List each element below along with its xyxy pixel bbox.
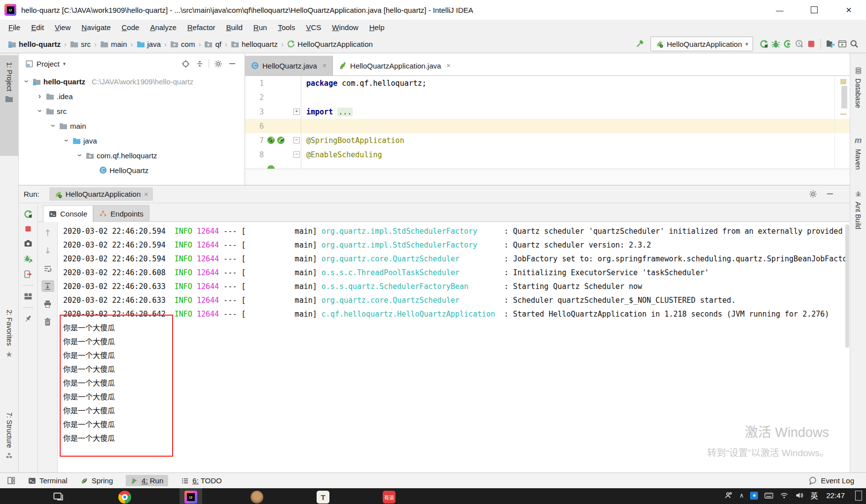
tool-stripe-project[interactable]: 1: Project xyxy=(0,55,18,156)
editor-lines[interactable]: 1package com.qf.helloquartz;23+import ..… xyxy=(245,76,850,169)
editor-line[interactable]: 8−@EnableScheduling xyxy=(245,147,850,162)
run-configuration-select[interactable]: HelloQuartzApplication ▾ xyxy=(650,36,753,51)
people-icon[interactable] xyxy=(724,491,733,500)
touch-keyboard-icon[interactable] xyxy=(764,492,773,499)
fold-marker[interactable]: + xyxy=(292,108,301,115)
attach-debugger-icon[interactable] xyxy=(24,254,33,263)
console-output[interactable]: 2020-03-02 22:46:20.594 INFO 12644 --- [… xyxy=(58,222,850,472)
breadcrumb-item-helloquartzapplication[interactable]: HelloQuartzApplication xyxy=(287,40,373,48)
locate-file-icon[interactable] xyxy=(180,58,191,69)
fold-marker[interactable]: − xyxy=(292,151,301,158)
chevron-right-icon[interactable]: › xyxy=(36,92,43,101)
print-icon[interactable] xyxy=(41,298,54,310)
tree-item-helloquartz[interactable]: CHelloQuartz xyxy=(19,163,245,178)
chevron-down-icon[interactable]: ▾ xyxy=(63,61,66,67)
menu-item-analyze[interactable]: Analyze xyxy=(144,20,181,35)
close-icon[interactable]: × xyxy=(323,62,326,70)
up-stack-trace-icon[interactable]: ↑ xyxy=(41,227,54,239)
project-panel-title[interactable]: Project xyxy=(36,60,60,68)
down-stack-trace-icon[interactable]: ↓ xyxy=(41,245,54,256)
menu-item-run[interactable]: Run xyxy=(248,20,273,35)
chevron-down-icon[interactable]: › xyxy=(75,152,84,159)
hide-panel-icon[interactable] xyxy=(227,58,238,69)
tree-item-com.qf.helloquartz[interactable]: ›com.qf.helloquartz xyxy=(19,148,245,163)
spring-check-icon[interactable] xyxy=(277,136,285,144)
typora-icon[interactable]: T xyxy=(312,488,334,504)
breadcrumb-item-helloquartz[interactable]: helloquartz xyxy=(231,40,278,48)
run-with-coverage-button[interactable] xyxy=(782,38,794,50)
run-circle-icon[interactable] xyxy=(267,165,275,169)
tree-item-java[interactable]: ›java xyxy=(19,133,245,148)
tray-app-icon[interactable]: ★ xyxy=(750,492,758,500)
run-anything-button[interactable] xyxy=(836,38,848,50)
taskbar-clock[interactable]: 22:47 xyxy=(826,491,845,500)
chevron-down-icon[interactable]: › xyxy=(62,137,71,144)
tree-item-src[interactable]: ›src xyxy=(19,104,245,118)
hide-panel-icon[interactable] xyxy=(826,190,834,198)
status-tab-terminal[interactable]: Terminal xyxy=(28,476,68,485)
tray-expand-icon[interactable]: ∧ xyxy=(739,492,744,499)
breadcrumb-item-src[interactable]: src xyxy=(70,40,91,48)
close-window-button[interactable]: × xyxy=(831,0,866,20)
tool-stripe-favorites[interactable]: 2: Favorites ★ xyxy=(0,310,18,384)
chevron-down-icon[interactable]: › xyxy=(49,122,58,130)
run-configuration-tab[interactable]: HelloQuartzApplication × xyxy=(49,187,153,201)
stop-button[interactable] xyxy=(805,38,817,50)
scroll-to-end-icon[interactable] xyxy=(41,280,54,292)
console-scrollbar[interactable] xyxy=(845,224,849,348)
project-structure-button[interactable] xyxy=(825,38,836,50)
soft-wrap-icon[interactable] xyxy=(41,262,54,274)
menu-item-window[interactable]: Window xyxy=(326,20,363,35)
status-tab-run[interactable]: 4: Run xyxy=(126,475,168,486)
breadcrumb-item-java[interactable]: java xyxy=(137,40,161,48)
editor-tab-helloquartz[interactable]: C HelloQuartz.java × xyxy=(245,56,333,75)
show-desktop-button[interactable] xyxy=(855,491,862,501)
minimize-window-button[interactable]: — xyxy=(762,0,797,20)
close-icon[interactable]: × xyxy=(144,190,148,198)
tree-item-main[interactable]: ›main xyxy=(19,118,245,133)
stop-button[interactable] xyxy=(24,225,32,233)
tool-stripe-maven[interactable]: m Maven xyxy=(850,136,866,190)
breadcrumb-item-hello-quartz[interactable]: hello-quartz xyxy=(8,40,61,48)
breadcrumb-item-main[interactable]: main xyxy=(100,40,127,48)
spring-search-icon[interactable] xyxy=(267,136,275,144)
editor-scrollbar[interactable] xyxy=(841,86,847,108)
close-icon[interactable]: × xyxy=(446,62,450,70)
tool-stripe-database[interactable]: Database xyxy=(850,67,866,136)
editor-line[interactable]: 6 xyxy=(245,119,850,133)
maximize-window-button[interactable] xyxy=(797,0,831,20)
editor-line[interactable]: 2 xyxy=(245,90,850,105)
menu-item-help[interactable]: Help xyxy=(364,20,390,35)
profiler-button[interactable] xyxy=(794,38,805,50)
tool-window-switcher-icon[interactable] xyxy=(7,476,15,485)
event-log-button[interactable]: Event Log xyxy=(808,476,859,485)
thread-dump-camera-icon[interactable] xyxy=(24,239,33,248)
tree-item-.idea[interactable]: ›.idea xyxy=(19,89,245,104)
editor-tab-helloquartzapplication[interactable]: HelloQuartzApplication.java × xyxy=(333,56,456,75)
restore-layout-icon[interactable] xyxy=(24,292,33,301)
search-everywhere-icon[interactable] xyxy=(848,38,860,50)
menu-item-view[interactable]: View xyxy=(49,20,76,35)
build-hammer-icon[interactable] xyxy=(634,38,646,50)
menu-item-navigate[interactable]: Navigate xyxy=(76,20,116,35)
ime-indicator[interactable]: 英 xyxy=(810,490,818,501)
chevron-down-icon[interactable]: › xyxy=(22,78,31,85)
fold-marker[interactable]: − xyxy=(292,137,301,144)
pin-icon[interactable] xyxy=(24,314,33,323)
menu-item-file[interactable]: File xyxy=(3,20,26,35)
editor-line[interactable]: 3+import ... xyxy=(245,105,850,119)
editor-line[interactable] xyxy=(245,162,850,169)
debug-button[interactable] xyxy=(770,38,782,50)
breadcrumb-item-qf[interactable]: qf xyxy=(204,40,221,48)
wifi-icon[interactable] xyxy=(780,492,789,499)
menu-item-edit[interactable]: Edit xyxy=(26,20,49,35)
console-tab[interactable]: Console xyxy=(43,205,93,222)
status-tab-spring[interactable]: Spring xyxy=(80,476,113,485)
gear-icon[interactable] xyxy=(809,190,817,198)
menu-item-refactor[interactable]: Refactor xyxy=(182,20,221,35)
menu-item-vcs[interactable]: VCS xyxy=(300,20,326,35)
menu-item-build[interactable]: Build xyxy=(220,20,248,35)
collapse-all-icon[interactable] xyxy=(194,58,205,69)
task-view-button[interactable] xyxy=(47,488,70,504)
tree-item-hello-quartz[interactable]: ›hello-quartzC:\JAVA\work1909\hello-quar… xyxy=(19,74,245,89)
